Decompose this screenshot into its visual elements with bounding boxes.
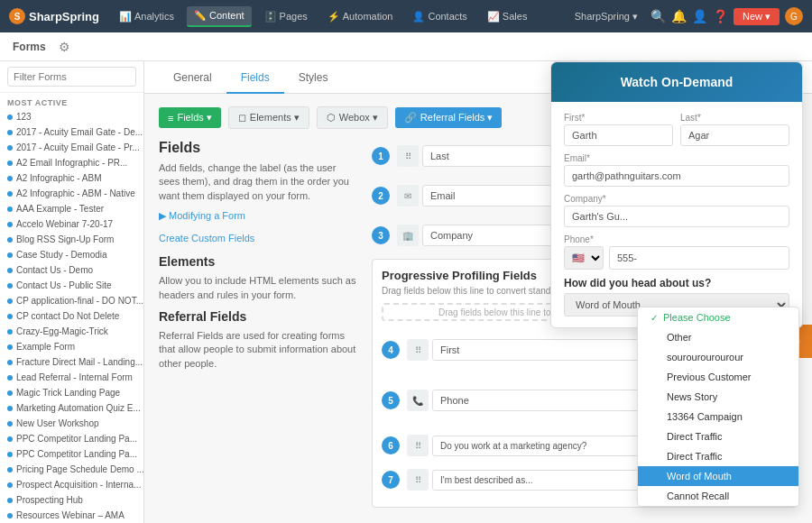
dropdown-item-please-choose[interactable]: ✓ Please Choose (638, 307, 798, 327)
sidebar-item-21[interactable]: PPC Competitor Landing Pa... (0, 431, 143, 446)
create-custom-fields-link[interactable]: Create Custom Fields (159, 233, 357, 243)
email-input[interactable] (564, 165, 789, 187)
dropdown-item-other[interactable]: Other (638, 327, 798, 347)
first-input[interactable] (564, 124, 673, 146)
help-icon[interactable]: ❓ (713, 9, 728, 23)
sidebar-item-12[interactable]: CP application-final - DO NOT... (0, 293, 143, 308)
dot-icon (7, 467, 13, 473)
sidebar-item-14[interactable]: Crazy-Egg-Magic-Trick (0, 324, 143, 339)
company-label: Company* (564, 194, 789, 204)
sidebar-item-0[interactable]: 123 (0, 109, 143, 124)
sidebar-item-24[interactable]: Prospect Acquisition - Interna... (0, 477, 143, 492)
nav-sales[interactable]: 📈 Sales (480, 7, 535, 26)
search-input[interactable] (7, 67, 136, 87)
dot-icon (7, 360, 13, 365)
sidebar-item-16[interactable]: Fracture Direct Mail - Landing... (0, 354, 143, 370)
phone-country-select[interactable]: 🇺🇸 (564, 246, 604, 270)
dropdown-item-direct-2[interactable]: Direct Traffic (638, 446, 798, 466)
dropdown-item-news-story[interactable]: News Story (638, 387, 798, 407)
dot-icon (7, 268, 13, 273)
referral-button[interactable]: 🔗 Referral Fields ▾ (395, 107, 503, 128)
modifying-form-link[interactable]: ▶ Modifying a Form (159, 210, 357, 222)
sidebar-item-2[interactable]: 2017 - Acuity Email Gate - Pr... (0, 140, 143, 155)
sidebar-item-19[interactable]: Marketing Automation Quiz E... (0, 400, 143, 416)
referral-section: Referral Fields Referral Fields are used… (159, 309, 357, 371)
bell-icon[interactable]: 🔔 (671, 9, 687, 23)
company-input[interactable] (564, 206, 789, 227)
logo[interactable]: S SharpSpring (9, 8, 99, 24)
field-num-1: 1 (372, 147, 390, 165)
dropdown-item-direct-1[interactable]: Direct Traffic (638, 427, 798, 446)
sidebar-item-23[interactable]: Pricing Page Schedule Demo ... (0, 462, 143, 477)
tab-general[interactable]: General (159, 61, 226, 94)
sidebar-item-10[interactable]: Contact Us - Demo (0, 262, 143, 278)
drag-icon-5[interactable]: 📞 (407, 390, 429, 411)
avatar[interactable]: G (785, 7, 803, 25)
dropdown-menu: ✓ Please Choose Other sourourourourour P… (637, 307, 799, 507)
drag-icon-2[interactable]: ✉ (397, 185, 419, 206)
sidebar-item-18[interactable]: Magic Trick Landing Page (0, 385, 143, 400)
sidebar-item-1[interactable]: 2017 - Acuity Email Gate - De... (0, 124, 143, 140)
elements-button[interactable]: ◻ Elements ▾ (228, 106, 309, 129)
nav-analytics[interactable]: 📊 Analytics (112, 7, 181, 26)
drag-icon-6[interactable]: ⠿ (407, 435, 429, 456)
sidebar-item-20[interactable]: New User Workshop (0, 416, 143, 431)
dot-icon (7, 344, 13, 350)
sidebar-item-22[interactable]: PPC Competitor Landing Pa... (0, 446, 143, 462)
dot-icon (7, 498, 13, 503)
watch-panel-title: Watch On-Demand (566, 75, 788, 89)
content-icon: ✏️ (194, 10, 207, 22)
dropdown-item-cannot-recall[interactable]: Cannot Recall (638, 486, 798, 506)
nav-contacts[interactable]: 👤 Contacts (405, 7, 474, 26)
nav-content[interactable]: ✏️ Content (187, 6, 252, 27)
sidebar: MOST ACTIVE 123 2017 - Acuity Email Gate… (0, 61, 144, 523)
sidebar-section-header: MOST ACTIVE (0, 93, 143, 109)
drag-icon-1[interactable]: ⠿ (397, 145, 419, 167)
field-num-5: 5 (382, 391, 400, 409)
dropdown-item-campaign[interactable]: 13364 Campaign (638, 407, 798, 427)
sidebar-item-9[interactable]: Case Study - Demodia (0, 247, 143, 262)
check-icon: ✓ (651, 313, 658, 323)
sales-icon: 📈 (487, 11, 500, 23)
sidebar-item-5[interactable]: A2 Infographic - ABM - Native (0, 186, 143, 201)
fields-desc: Add fields, change the label (as the use… (159, 161, 357, 203)
top-nav: S SharpSpring 📊 Analytics ✏️ Content 🗄️ … (0, 0, 812, 32)
fields-button[interactable]: ≡ Fields ▾ (159, 107, 221, 128)
sidebar-item-7[interactable]: Accelo Webinar 7-20-17 (0, 216, 143, 232)
watch-panel-header: Watch On-Demand (551, 62, 802, 102)
sidebar-item-13[interactable]: CP contact Do Not Delete (0, 308, 143, 324)
tab-fields[interactable]: Fields (226, 61, 284, 94)
dropdown-item-sourour[interactable]: sourourourourour (638, 347, 798, 367)
drag-icon-4[interactable]: ⠿ (407, 339, 429, 361)
sidebar-item-6[interactable]: AAA Example - Tester (0, 201, 143, 216)
sidebar-item-25[interactable]: Prospecting Hub (0, 492, 143, 508)
brand-selector[interactable]: SharpSpring ▾ (567, 7, 645, 26)
watch-panel-body: First* Last* Email* Company* Phone* (551, 102, 802, 327)
sidebar-item-26[interactable]: Resources Webinar – AMA (0, 508, 143, 523)
person-icon[interactable]: 👤 (692, 9, 707, 23)
last-input[interactable] (680, 124, 789, 146)
dropdown-item-word-of-mouth[interactable]: Word of Mouth (638, 466, 798, 486)
drag-icon-7[interactable]: ⠿ (407, 469, 429, 491)
sub-nav-title: Forms (13, 41, 46, 53)
sidebar-item-17[interactable]: Lead Referral - Internal Form (0, 370, 143, 385)
drag-icon-3[interactable]: 🏢 (397, 225, 419, 246)
pages-icon: 🗄️ (264, 11, 277, 23)
dot-icon (7, 222, 13, 227)
sidebar-item-11[interactable]: Contact Us - Public Site (0, 278, 143, 293)
watch-panel: Watch On-Demand First* Last* Email* Comp… (550, 61, 803, 328)
search-icon[interactable]: 🔍 (651, 9, 666, 23)
dropdown-item-prev-customer[interactable]: Previous Customer (638, 367, 798, 387)
sidebar-item-15[interactable]: Example Form (0, 339, 143, 354)
nav-automation[interactable]: ⚡ Automation (320, 7, 401, 26)
gear-icon[interactable]: ⚙ (59, 40, 70, 54)
sidebar-item-3[interactable]: A2 Email Infographic - PR... (0, 155, 143, 170)
nav-pages[interactable]: 🗄️ Pages (257, 7, 315, 26)
dot-icon (7, 436, 13, 442)
phone-input[interactable] (609, 246, 789, 270)
new-button[interactable]: New ▾ (734, 8, 780, 25)
webox-button[interactable]: ⬡ Webox ▾ (317, 106, 388, 129)
sidebar-item-8[interactable]: Blog RSS Sign-Up Form (0, 232, 143, 247)
sidebar-item-4[interactable]: A2 Infographic - ABM (0, 170, 143, 186)
tab-styles[interactable]: Styles (284, 61, 343, 94)
